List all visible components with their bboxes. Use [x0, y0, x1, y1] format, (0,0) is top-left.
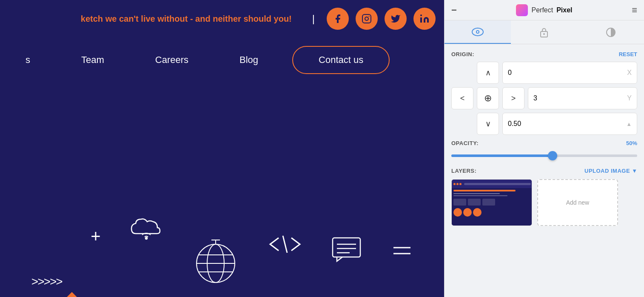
svg-point-2 — [369, 16, 370, 17]
opacity-slider[interactable] — [451, 151, 637, 161]
pp-titlebar: − Perfect Pixel ≡ — [445, 0, 644, 20]
nav-up-button[interactable]: ∧ — [477, 62, 499, 84]
banner-text: ketch we can't live without - and neithe… — [81, 14, 292, 24]
nav-item-team[interactable]: Team — [56, 54, 130, 66]
reset-button[interactable]: RESET — [619, 51, 637, 57]
tab-visibility[interactable] — [445, 20, 511, 44]
y-axis-label: Y — [627, 94, 632, 102]
opacity-percent: 50% — [626, 140, 637, 146]
nav-center-button[interactable]: ⊕ — [477, 87, 499, 109]
plus-icon: + — [91, 227, 100, 246]
website-preview: ketch we can't live without - and neithe… — [0, 0, 444, 297]
facebook-icon[interactable] — [327, 8, 349, 30]
tab-lock[interactable] — [511, 20, 577, 44]
pp-controls: ORIGIN: RESET ∧ 0 X < ⊕ > — [445, 44, 644, 297]
opacity-row: OPACITY: 50% — [451, 140, 637, 146]
nav-left-button[interactable]: < — [451, 87, 473, 109]
svg-line-12 — [283, 236, 287, 253]
top-banner: ketch we can't live without - and neithe… — [0, 0, 444, 37]
tab-contrast[interactable] — [578, 20, 644, 44]
x-value-display: 0 X — [502, 62, 637, 84]
svg-point-23 — [543, 33, 545, 35]
equals-icon — [391, 242, 413, 261]
svg-point-21 — [477, 31, 479, 33]
x-value: 0 — [508, 69, 512, 77]
nav-bar: s Team Careers Blog Contact us — [0, 37, 444, 83]
opacity-up-arrow: ▲ — [626, 121, 632, 127]
upload-chevron-icon: ▼ — [632, 168, 637, 174]
opacity-value-display: 0.50 ▲ — [502, 113, 637, 135]
svg-point-1 — [365, 17, 368, 20]
pp-panel: − Perfect Pixel ≡ — [444, 0, 644, 297]
minimize-button[interactable]: − — [451, 5, 457, 16]
globe-icon — [192, 236, 239, 288]
y-value: 3 — [533, 94, 537, 102]
upload-label: UPLOAD IMAGE — [584, 168, 630, 174]
add-new-label: Add new — [566, 199, 589, 206]
y-value-display: 3 Y — [528, 87, 637, 109]
arrows-right-icon: >>>>> — [31, 275, 62, 288]
twitter-icon[interactable] — [385, 8, 407, 30]
opacity-label: OPACITY: — [451, 140, 479, 146]
pp-title: Perfect Pixel — [516, 4, 572, 16]
code-icon — [268, 231, 302, 259]
upload-image-button[interactable]: UPLOAD IMAGE ▼ — [584, 168, 637, 174]
layer-thumbnail-1[interactable] — [451, 179, 532, 226]
svg-rect-0 — [362, 14, 371, 23]
layers-row: LAYERS: UPLOAD IMAGE ▼ — [451, 168, 637, 174]
instagram-icon[interactable] — [356, 8, 378, 30]
nav-item-blog[interactable]: Blog — [214, 54, 284, 66]
menu-button[interactable]: ≡ — [632, 5, 637, 16]
layers-label: LAYERS: — [451, 168, 476, 174]
x-axis-label: X — [627, 69, 632, 77]
pp-tabs — [445, 20, 644, 44]
nav-right-button[interactable]: > — [502, 87, 524, 109]
origin-row: ORIGIN: RESET — [451, 51, 637, 57]
cloud-icon — [129, 217, 163, 242]
nav-down-button[interactable]: ∨ — [477, 113, 499, 135]
pp-title-normal: Perfect — [531, 6, 553, 14]
svg-rect-13 — [333, 238, 360, 257]
opacity-value: 0.50 — [508, 120, 521, 128]
chat-icon — [331, 236, 362, 265]
origin-label: ORIGIN: — [451, 51, 474, 57]
add-layer-button[interactable]: Add new — [537, 179, 618, 226]
svg-point-4 — [145, 237, 147, 239]
pp-title-bold: Pixel — [556, 6, 572, 14]
nav-contact-button[interactable]: Contact us — [292, 46, 390, 74]
nav-item-home[interactable]: s — [26, 54, 56, 66]
thumbnails-area: Add new — [451, 179, 637, 226]
nav-item-careers[interactable]: Careers — [130, 54, 214, 66]
decorative-area: >>>>> + — [0, 144, 444, 297]
linkedin-icon[interactable] — [413, 8, 436, 30]
svg-point-3 — [420, 14, 422, 16]
pp-logo-icon — [516, 4, 528, 16]
